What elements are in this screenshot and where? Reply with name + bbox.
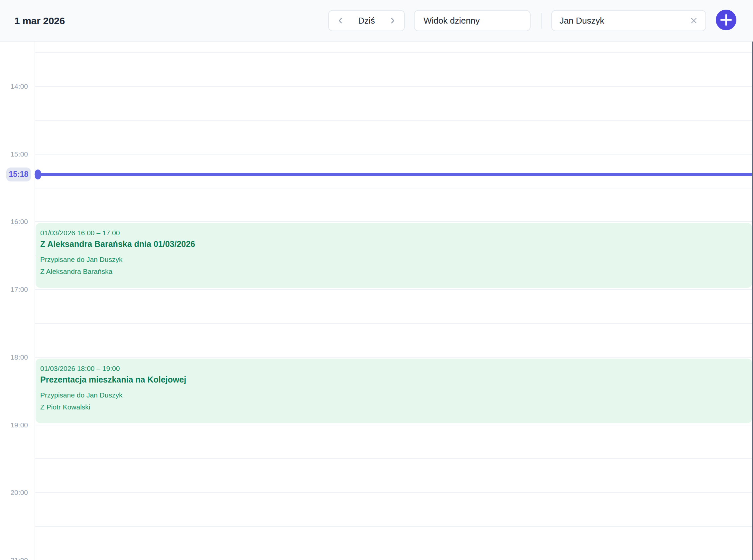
hour-label: 21:00 [0,556,28,560]
page-title: 1 mar 2026 [14,15,65,26]
event-time-range: 01/03/2026 18:00 – 19:00 [40,364,747,373]
grid-halfhour-line [35,492,752,493]
grid-halfhour-line [35,86,752,87]
close-icon [690,17,698,25]
time-gutter-divider [35,42,35,560]
event-card[interactable]: 01/03/2026 18:00 – 19:00Prezentacja mies… [36,359,752,423]
hour-label: 14:00 [0,82,28,91]
day-grid[interactable]: 14:0015:0016:0017:0018:0019:0020:0021:00… [0,42,753,560]
hour-label: 16:00 [0,217,28,226]
today-button-label[interactable]: Dziś [358,16,375,26]
clear-filter-button[interactable] [688,15,699,26]
calendar-header: 1 mar 2026 Dziś Widok dzienny Jan Duszyk [0,0,753,42]
grid-halfhour-line [35,289,752,290]
event-assigned-to: Przypisane do Jan Duszyk [40,255,747,264]
current-time-badge: 15:18 [6,167,31,181]
grid-halfhour-line [35,154,752,155]
event-assigned-to: Przypisane do Jan Duszyk [40,391,747,399]
grid-halfhour-line [35,425,752,425]
grid-halfhour-line [35,52,752,53]
current-time-line [35,173,752,176]
grid-halfhour-line [35,458,752,459]
grid-halfhour-line [35,526,752,527]
agent-filter-value: Jan Duszyk [559,16,604,26]
grid-halfhour-line [35,221,752,222]
event-card[interactable]: 01/03/2026 16:00 – 17:00Z Aleksandra Bar… [36,223,752,288]
grid-halfhour-line [35,120,752,121]
next-day-button[interactable] [388,16,398,25]
hour-label: 20:00 [0,488,28,497]
grid-halfhour-line [35,188,752,188]
plus-icon [720,14,732,26]
hour-label: 17:00 [0,285,28,294]
hour-label: 18:00 [0,353,28,362]
prev-day-button[interactable] [335,16,345,25]
event-with-contact: Z Aleksandra Barańska [40,267,747,276]
grid-halfhour-line [35,357,752,358]
chevron-left-icon [336,17,344,25]
event-time-range: 01/03/2026 16:00 – 17:00 [40,228,747,237]
date-navigation: Dziś [328,10,405,31]
chevron-right-icon [389,17,397,25]
hour-label: 19:00 [0,421,28,429]
view-selector[interactable]: Widok dzienny [414,10,531,31]
event-with-contact: Z Piotr Kowalski [40,402,747,412]
event-title: Z Aleksandra Barańska dnia 01/03/2026 [40,239,747,249]
current-time-dot [35,169,41,179]
grid-halfhour-line [35,323,752,324]
header-divider [541,13,542,28]
add-event-button[interactable] [716,9,736,30]
hour-label: 15:00 [0,150,28,159]
agent-filter-chip[interactable]: Jan Duszyk [551,10,706,31]
event-title: Prezentacja mieszkania na Kolejowej [40,375,747,385]
